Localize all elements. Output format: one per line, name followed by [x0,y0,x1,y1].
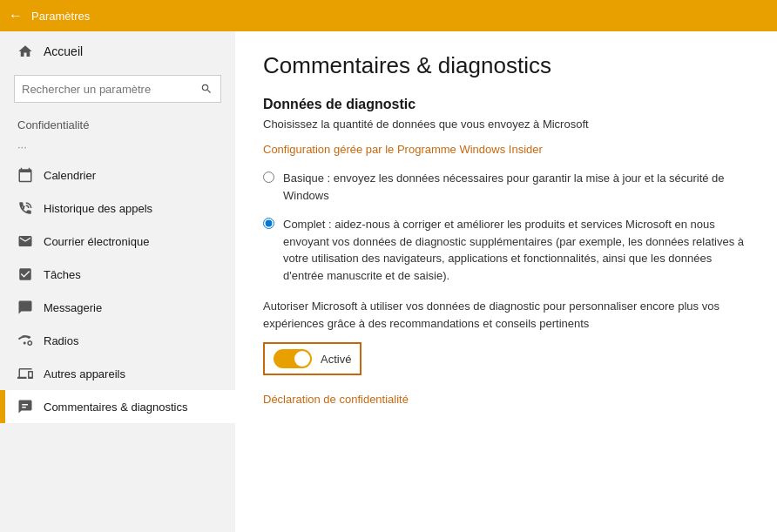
main-layout: Accueil Confidentialité ··· Calendrier [0,31,777,532]
content-area: Commentaires & diagnostics Données de di… [235,31,777,532]
config-managed-label: Configuration gérée par le Programme Win… [263,143,749,156]
feedback-icon [17,399,33,414]
sidebar-item-label: Calendrier [44,169,96,182]
search-box [14,75,221,103]
radio-basique-label: Basique : envoyez les données nécessaire… [283,170,749,204]
page-title: Commentaires & diagnostics [263,52,749,79]
section-subtitle: Choisissez la quantité de données que vo… [263,118,749,131]
search-icon [200,83,213,95]
home-icon [17,44,33,59]
toggle-row: Activé [263,342,361,375]
calendar-icon [17,167,33,183]
sidebar-item-courrier[interactable]: Courrier électronique [0,225,235,258]
radio-icon [17,333,33,348]
sidebar-item-messagerie[interactable]: Messagerie [0,291,235,324]
radio-complet-option: Complet : aidez-nous à corriger et améli… [263,216,749,284]
title-bar: ← Paramètres [0,0,777,31]
sidebar-item-label: Radios [44,334,78,347]
sidebar-item-label: Courrier électronique [44,235,149,248]
devices-icon [17,366,33,381]
toggle-description: Autoriser Microsoft à utiliser vos donné… [263,298,749,332]
privacy-link[interactable]: Déclaration de confidentialité [263,393,749,406]
sidebar-item-label: Autres appareils [44,367,125,380]
search-input[interactable] [15,83,193,96]
toggle-section: Autoriser Microsoft à utiliser vos donné… [263,298,749,389]
sidebar-item-calendrier[interactable]: Calendrier [0,158,235,192]
sidebar-item-commentaires[interactable]: Commentaires & diagnostics [0,390,235,423]
home-label: Accueil [44,44,83,58]
sidebar: Accueil Confidentialité ··· Calendrier [0,31,235,532]
sidebar-item-taches[interactable]: Tâches [0,258,235,291]
sidebar-item-label: Messagerie [44,301,102,314]
radio-basique-option: Basique : envoyez les données nécessaire… [263,170,749,204]
back-button[interactable]: ← [9,8,23,24]
radio-complet[interactable] [263,218,274,229]
sidebar-item-label: Historique des appels [44,202,152,215]
sidebar-item-radios[interactable]: Radios [0,324,235,357]
phone-icon [17,200,33,216]
sidebar-overflow: ··· [0,135,235,158]
toggle-label: Activé [321,353,351,366]
title-bar-title: Paramètres [31,10,90,23]
sidebar-item-label: Tâches [44,268,81,281]
chat-icon [17,300,33,315]
radio-complet-label: Complet : aidez-nous à corriger et améli… [283,216,749,284]
search-icon-wrap [193,83,220,95]
section-title: Données de diagnostic [263,97,749,112]
sidebar-item-autres[interactable]: Autres appareils [0,357,235,390]
sidebar-home[interactable]: Accueil [0,31,235,71]
sidebar-item-historique[interactable]: Historique des appels [0,192,235,225]
radio-basique[interactable] [263,172,274,183]
sidebar-section-label: Confidentialité [0,113,235,135]
mail-icon [17,233,33,249]
tasks-icon [17,266,33,282]
sidebar-item-label: Commentaires & diagnostics [44,401,187,414]
toggle-switch[interactable] [274,349,312,368]
